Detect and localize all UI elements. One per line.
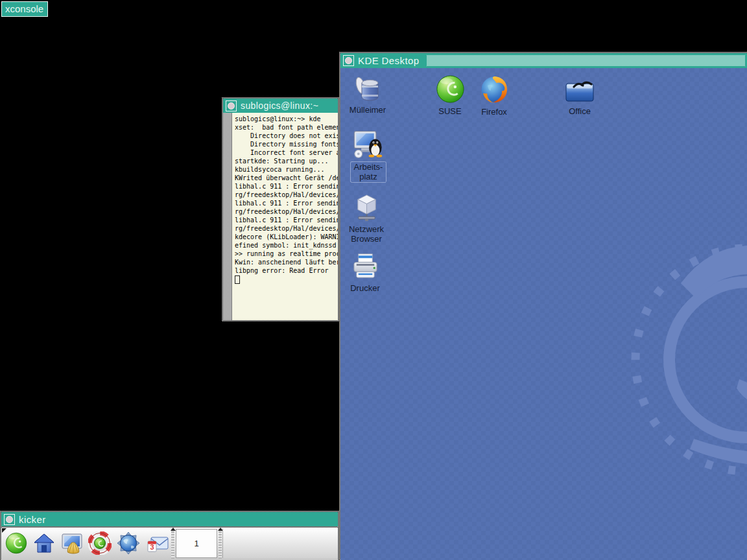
desktop-area[interactable]: Mülleimer SUSE (340, 68, 747, 560)
window-menu-button[interactable] (226, 100, 237, 111)
suse-help-lifering-icon (88, 531, 112, 555)
desktop-icon-label: SUSE (438, 106, 461, 116)
terminal-line: startkde: Starting up... (235, 157, 338, 165)
help-button[interactable] (88, 531, 112, 555)
desktop-pager[interactable]: 1 (176, 529, 217, 558)
window-menu-button[interactable] (4, 514, 15, 525)
home-button[interactable] (32, 531, 56, 555)
taskbar-area[interactable] (222, 529, 338, 558)
network-box-icon (351, 192, 382, 222)
label-line: Netzwerk (349, 224, 384, 234)
kicker-title: kicker (19, 514, 46, 525)
terminal-cursor (235, 275, 240, 284)
window-menu-icon (6, 516, 13, 523)
terminal-line: rg/freedesktop/Hal/devices/ (235, 224, 338, 233)
label-line: Browser (351, 234, 382, 244)
desktop-icon-drucker[interactable]: Drucker (340, 251, 390, 293)
terminal-line: >> running as realtime proc (235, 250, 338, 258)
firefox-icon (479, 74, 510, 105)
label-line: platz (359, 172, 377, 181)
terminal-titlebar[interactable]: sublogics@linux:~ (223, 99, 338, 113)
home-icon (32, 531, 56, 555)
terminal-line: xset: bad font path elemen (235, 123, 338, 132)
terminal-line: efined symbol: init_kdnssd (235, 241, 338, 250)
kde-desktop-window: KDE Desktop (339, 52, 747, 560)
titlebar-grab-area[interactable] (427, 55, 745, 66)
terminal-line: libhal.c 911 : Error sendin (235, 199, 338, 207)
window-menu-icon (345, 57, 352, 64)
root-screen: xconsole sublogics@linux:~ sublogics@lin… (0, 0, 747, 560)
terminal-line: Incorrect font server a (235, 148, 338, 157)
window-menu-icon (228, 102, 235, 110)
desktop-icon-netzwerk[interactable]: Netzwerk Browser (340, 192, 392, 244)
label-line: Arbeits- (354, 162, 383, 172)
printer-icon (350, 251, 381, 281)
terminal-body: sublogics@linux:~> kde xset: bad font pa… (223, 113, 338, 320)
terminal-title: sublogics@linux:~ (241, 100, 318, 111)
terminal-line: sublogics@linux:~> kde (235, 115, 338, 123)
terminal-line: rg/freedesktop/Hal/devices/ (235, 207, 338, 216)
kicker-titlebar[interactable]: kicker (1, 512, 338, 526)
desktop-icon-label: Firefox (481, 107, 507, 117)
desktop-icon-label: Drucker (350, 283, 380, 293)
kicker-panel: 3 1 (1, 528, 338, 560)
kicker-window: kicker (0, 511, 339, 560)
terminal-line: libhal.c 911 : Error sendin (235, 182, 338, 191)
desktop-icon-suse[interactable]: SUSE (427, 74, 473, 116)
suse-watermark-icon (572, 185, 747, 535)
desktop-icon-office[interactable]: Office (557, 76, 602, 116)
terminal-line: libhal.c 911 : Error sendin (235, 216, 338, 224)
konqueror-button[interactable] (117, 531, 140, 555)
desktop-icon-trash[interactable]: Mülleimer (342, 72, 394, 115)
desktop-icon-label: Arbeits- platz (350, 161, 387, 183)
applet-handle[interactable] (171, 529, 174, 559)
kmenu-button[interactable] (5, 531, 28, 555)
konsole-shell-icon (60, 531, 84, 555)
kontact-mail-icon: 3 (147, 531, 170, 555)
kde-desktop-title: KDE Desktop (358, 55, 419, 66)
desktop-icon-firefox[interactable]: Firefox (471, 74, 517, 117)
terminal-output[interactable]: sublogics@linux:~> kde xset: bad font pa… (232, 113, 338, 320)
kde-desktop-titlebar[interactable]: KDE Desktop (340, 53, 747, 68)
xconsole-titlebar[interactable]: xconsole (1, 1, 48, 17)
desktop-icon-label: Office (569, 106, 591, 116)
terminal-line: Kwin: anscheinend läuft ber (235, 258, 338, 266)
computer-tux-icon (352, 127, 385, 159)
terminal-line: rg/freedesktop/Hal/devices/ (235, 191, 338, 199)
window-menu-button[interactable] (343, 55, 354, 66)
terminal-scrollbar[interactable] (223, 113, 232, 320)
konsole-button[interactable] (60, 531, 84, 555)
suse-geeko-ball-icon (435, 74, 466, 104)
terminal-window: sublogics@linux:~ sublogics@linux:~> kde… (222, 97, 339, 321)
terminal-line: kbuildsycoca running... (235, 165, 338, 174)
konqueror-globe-icon (117, 531, 140, 555)
desktop-icon-label: Mülleimer (350, 105, 386, 115)
applet-handle[interactable] (219, 529, 222, 559)
suse-menu-icon (5, 531, 28, 555)
terminal-line: Directory missing fonts (235, 140, 338, 148)
desktop-icon-label: Netzwerk Browser (349, 224, 384, 244)
openoffice-icon (564, 76, 595, 104)
applet-arrow-icon (171, 528, 176, 531)
desktop-icon-arbeitsplatz[interactable]: Arbeits- platz (342, 127, 394, 183)
terminal-line: KWrited überwacht Gerät /de (235, 174, 338, 182)
trash-icon (352, 72, 383, 103)
kontact-button[interactable]: 3 (147, 531, 170, 555)
terminal-line: kdecore (KLibLoader): WARNI (235, 233, 338, 241)
terminal-line: Directory does not exis (235, 132, 338, 140)
kontact-badge: 3 (150, 543, 154, 551)
terminal-line: libpng error: Read Error (235, 266, 338, 275)
